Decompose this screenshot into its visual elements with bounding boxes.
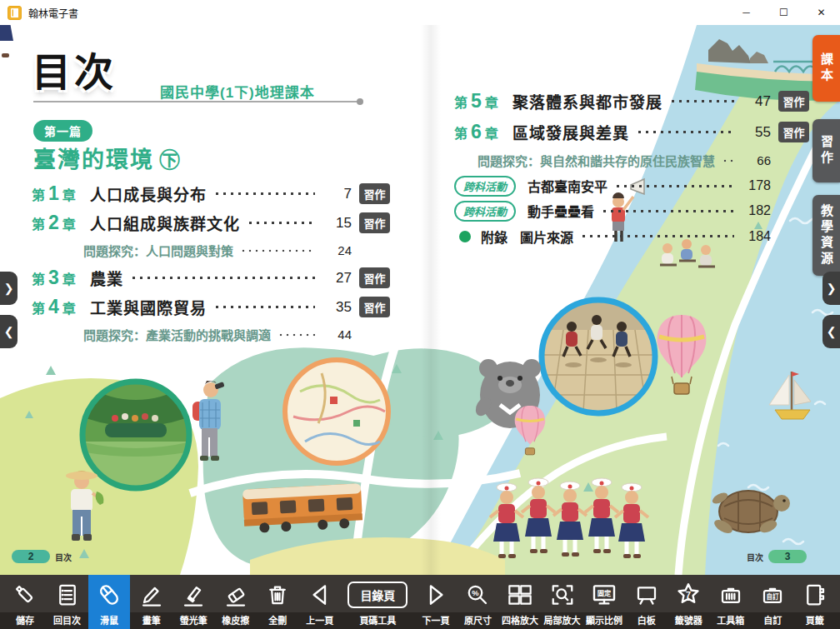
page-subtitle: 國民中學(1下)地理課本 bbox=[160, 81, 315, 102]
page-number: 44 bbox=[322, 327, 352, 342]
part-title: 臺灣的環境㊦ bbox=[33, 142, 182, 174]
svg-text:固定: 固定 bbox=[598, 588, 612, 597]
toc-row-appendix[interactable]: 附錄 圖片來源 184 bbox=[454, 223, 809, 249]
river-boat-photo bbox=[81, 380, 191, 492]
toc-row-inquiry[interactable]: 問題探究：人口問題與對策 24 bbox=[32, 237, 390, 263]
mouse-tool-button[interactable]: 滑鼠 bbox=[88, 575, 130, 629]
workbook-badge[interactable]: 習作 bbox=[778, 122, 809, 142]
custom-button[interactable]: 自訂 自訂 bbox=[752, 575, 793, 629]
toc-row-chapter-5[interactable]: 第5章 聚落體系與都市發展 47 習作 bbox=[454, 86, 809, 117]
appendix-bullet bbox=[459, 231, 471, 242]
toc-page-button[interactable]: 目錄頁 bbox=[348, 582, 408, 608]
tab-workbook[interactable]: 習作 bbox=[812, 119, 840, 182]
workbook-badge[interactable]: 習作 bbox=[359, 297, 390, 317]
chapter-title: 人口組成與族群文化 bbox=[90, 212, 240, 234]
workbook-badge[interactable]: 習作 bbox=[778, 91, 809, 112]
toc-row-chapter-2[interactable]: 第2章 人口組成與族群文化 15 習作 bbox=[32, 208, 390, 237]
prev-page-button[interactable]: 上一頁 bbox=[299, 575, 341, 629]
workbook-badge[interactable]: 習作 bbox=[359, 267, 390, 288]
toc-list-icon bbox=[55, 579, 80, 610]
leader-dots bbox=[213, 292, 315, 322]
save-button[interactable]: 儲存 bbox=[4, 575, 46, 629]
chapter-title: 工業與國際貿易 bbox=[90, 296, 207, 318]
four-pane-icon bbox=[502, 579, 538, 610]
leader-dots bbox=[278, 322, 315, 347]
next-page-button[interactable]: 下一頁 bbox=[415, 575, 457, 629]
chapter-title: 人口成長與分布 bbox=[90, 182, 207, 205]
page-number: 178 bbox=[741, 178, 771, 193]
back-to-toc-button[interactable]: 回目次 bbox=[47, 575, 88, 629]
toc-right: 第5章 聚落體系與都市發展 47 習作 第6章 區域發展與差異 55 習作 問題… bbox=[454, 86, 809, 249]
leader-dots bbox=[601, 198, 734, 223]
page-number: 15 bbox=[322, 215, 352, 232]
leader-dots bbox=[636, 117, 734, 147]
right-edge-prev-button[interactable]: ❮ bbox=[822, 315, 840, 348]
toc-row-chapter-4[interactable]: 第4章 工業與國際貿易 35 習作 bbox=[32, 292, 390, 322]
save-icon bbox=[12, 579, 38, 610]
toolbox-button[interactable]: 工具箱 bbox=[710, 575, 752, 629]
fixed-ratio-monitor-icon: 固定 bbox=[591, 579, 618, 610]
eraser-icon bbox=[223, 579, 248, 610]
leader-dots bbox=[213, 179, 315, 208]
toc-row-activity-2[interactable]: 跨科活動 動手疊疊看 182 bbox=[454, 198, 809, 223]
highlighter-icon bbox=[181, 579, 206, 610]
page-number-pill: 2 bbox=[12, 550, 50, 563]
next-triangle-icon bbox=[422, 579, 449, 610]
page-number: 184 bbox=[741, 229, 771, 244]
page-number: 35 bbox=[322, 299, 352, 316]
display-ratio-button[interactable]: 固定 顯示比例 bbox=[583, 575, 625, 629]
close-button[interactable]: ✕ bbox=[802, 0, 840, 25]
partial-zoom-button[interactable]: 局部放大 bbox=[542, 575, 583, 629]
page-fold bbox=[421, 25, 441, 575]
page-title: 目次 bbox=[32, 40, 117, 97]
map-illustration bbox=[285, 360, 388, 463]
page-tool-button[interactable]: 目錄頁 頁碼工具 bbox=[341, 575, 414, 629]
pen-icon bbox=[139, 579, 164, 610]
tab-textbook[interactable]: 課本 bbox=[812, 35, 840, 102]
book-spread: 目次 國民中學(1下)地理課本 第一篇 臺灣的環境㊦ 第1章 人口成長與分布 7… bbox=[0, 25, 840, 575]
page-number: 7 bbox=[322, 186, 352, 202]
page-number-pill: 3 bbox=[768, 550, 807, 563]
workbook-badge[interactable]: 習作 bbox=[359, 183, 390, 204]
workbook-badge[interactable]: 習作 bbox=[359, 212, 390, 233]
part-badge: 第一篇 bbox=[33, 120, 92, 142]
maximize-button[interactable]: ☐ bbox=[765, 0, 802, 25]
svg-text:7: 7 bbox=[686, 589, 691, 599]
star-seven-icon: 7 bbox=[675, 579, 702, 610]
trash-icon bbox=[265, 579, 290, 610]
prev-triangle-icon bbox=[307, 579, 333, 610]
leader-dots bbox=[580, 223, 734, 249]
leader-dots bbox=[614, 173, 734, 198]
delete-all-button[interactable]: 全刪 bbox=[257, 575, 298, 629]
minimize-button[interactable]: ─ bbox=[728, 0, 765, 25]
app-icon bbox=[8, 6, 22, 20]
page-tabs-button[interactable]: 頁籤 bbox=[794, 575, 836, 629]
toc-row-chapter-1[interactable]: 第1章 人口成長與分布 7 習作 bbox=[32, 179, 390, 208]
toc-row-activity-1[interactable]: 跨科活動 古都臺南安平 178 bbox=[454, 173, 809, 198]
right-page-indicator: 目次 3 bbox=[747, 550, 807, 563]
part-suffix: ㊦ bbox=[159, 148, 182, 172]
leader-dots bbox=[247, 208, 315, 237]
toolbar: 儲存 回目次 滑鼠 畫筆 螢光筆 橡皮擦 全刪 上一頁 目錄頁 頁碼工具 下一頁… bbox=[0, 575, 840, 629]
lottery-button[interactable]: 7 籤號器 bbox=[668, 575, 709, 629]
original-size-button[interactable]: % 原尺寸 bbox=[457, 575, 498, 629]
right-edge-next-button[interactable]: ❯ bbox=[822, 272, 840, 305]
quad-zoom-button[interactable]: 四格放大 bbox=[499, 575, 541, 629]
whiteboard-button[interactable]: 白板 bbox=[626, 575, 668, 629]
eraser-tool-button[interactable]: 橡皮擦 bbox=[215, 575, 257, 629]
bracket-magnifier-icon bbox=[550, 579, 575, 610]
toc-row-inquiry[interactable]: 問題探究：與自然和諧共存的原住民族智慧 66 bbox=[454, 147, 809, 173]
highlighter-tool-button[interactable]: 螢光筆 bbox=[172, 575, 214, 629]
pen-tool-button[interactable]: 畫筆 bbox=[131, 575, 172, 629]
percent-magnifier-icon: % bbox=[465, 579, 490, 610]
toc-row-chapter-6[interactable]: 第6章 區域發展與差異 55 習作 bbox=[454, 117, 809, 147]
left-page-indicator: 2 目次 bbox=[12, 550, 72, 563]
app-title: 翰林電子書 bbox=[28, 6, 78, 20]
page-number: 66 bbox=[741, 153, 771, 167]
tab-teaching-resources[interactable]: 教學資源 bbox=[812, 195, 840, 276]
left-edge-next-button[interactable]: ❯ bbox=[0, 272, 18, 305]
toc-row-chapter-3[interactable]: 第3章 農業 27 習作 bbox=[32, 263, 390, 292]
chapter-title: 農業 bbox=[90, 267, 123, 289]
toc-row-inquiry[interactable]: 問題探究：產業活動的挑戰與調適 44 bbox=[32, 322, 390, 347]
left-edge-prev-button[interactable]: ❮ bbox=[0, 315, 18, 348]
